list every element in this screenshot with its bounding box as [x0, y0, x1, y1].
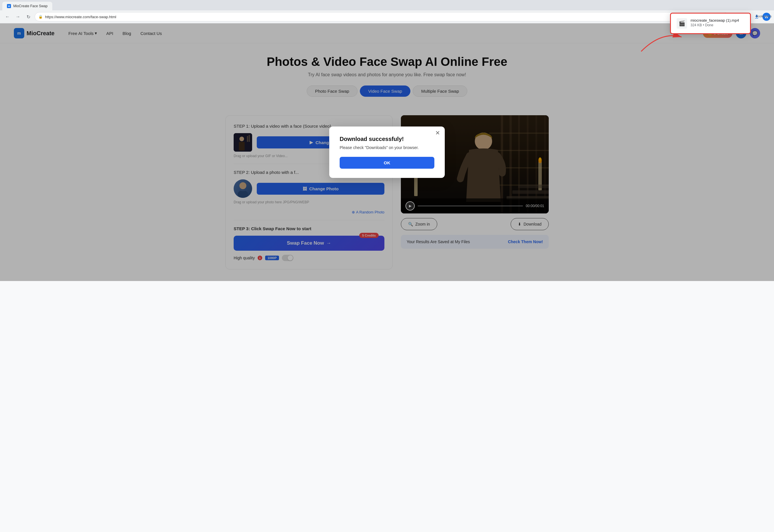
lock-icon: 🔒 — [38, 15, 43, 19]
modal-message: Please check "Downloads" on your browser… — [340, 145, 434, 150]
refresh-button[interactable]: ↻ — [24, 13, 32, 21]
file-icon: 🎬 — [677, 18, 687, 29]
modal-dialog: ✕ Download successfuly! Please check "Do… — [329, 127, 445, 178]
download-meta: 324 KB • Done — [691, 23, 744, 27]
back-button[interactable]: ← — [3, 13, 12, 21]
address-bar[interactable]: 🔒 https://www.miocreate.com/face-swap.ht… — [35, 12, 729, 21]
bookmarks-label: Bookmarks — [756, 14, 772, 18]
modal-close-button[interactable]: ✕ — [435, 130, 440, 136]
browser-tab[interactable]: M MioCreate Face Swap — [2, 2, 52, 10]
address-text: https://www.miocreate.com/face-swap.html — [45, 15, 116, 19]
forward-button[interactable]: → — [14, 13, 22, 21]
modal-overlay: ✕ Download successfuly! Please check "Do… — [0, 23, 774, 281]
tab-favicon: M — [7, 4, 11, 8]
download-filename: miocreate_faceswap (1).mp4 — [691, 18, 744, 23]
download-popup: 🎬 miocreate_faceswap (1).mp4 324 KB • Do… — [670, 13, 751, 34]
modal-ok-button[interactable]: OK — [340, 157, 434, 169]
modal-title: Download successfuly! — [340, 136, 434, 142]
tab-title: MioCreate Face Swap — [13, 4, 48, 8]
